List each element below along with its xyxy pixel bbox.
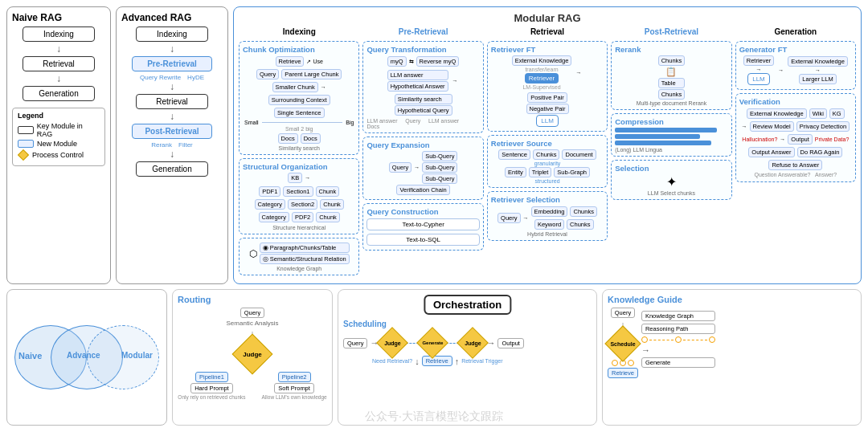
embedding-tag: Embedding — [531, 206, 568, 217]
path-dot1 — [641, 336, 648, 343]
retriever-ft-section: Retriever FT External Knowledge transfer… — [487, 41, 608, 132]
legend-item-process: Process Control — [18, 149, 100, 161]
retrieve-kg-box: Retrieve — [608, 368, 638, 378]
retriever-selection-section: Retriever Selection Query → Embedding Ch… — [487, 191, 608, 241]
wiki-tag: Wiki — [809, 108, 827, 119]
privacy-detection-tag: Privacy Detection — [796, 121, 850, 132]
retrieve-tag: Retrieve — [276, 56, 305, 67]
advance-venn-label: Advance — [67, 351, 100, 360]
kg-path-row — [641, 336, 715, 343]
chunks-tag: Chunks — [533, 149, 559, 160]
hybrid-retrieval-label: Hybrid Retrieval — [491, 231, 604, 237]
legend-new-label: New Module — [37, 140, 77, 148]
kg-ver-tag: KG — [829, 108, 845, 119]
kg-dot3 — [628, 360, 634, 366]
external-know-gft-tag: External Knowledge — [788, 56, 848, 67]
scheduling-sub-flow: Need Retrieval? ↓ Retrieve ↑ Retrieval T… — [343, 356, 592, 366]
kg-schedule-wrap: Schedule — [610, 331, 636, 357]
kg-right: Knowledge Graph Reasoning Path → Generat… — [641, 311, 715, 368]
sub-query2-tag: Sub-Query — [422, 162, 457, 173]
adv-indexing-box: Indexing — [136, 26, 208, 42]
chunk2-tag: Chunk — [320, 199, 344, 210]
text-to-sql-box: Text-to-SQL — [366, 234, 479, 246]
hallucination-label: Hallucination? — [742, 137, 777, 142]
scheduling-title: Scheduling — [343, 320, 592, 328]
chunk-optimization-section: Chunk Optimization Retrieve ↗ Use Query … — [239, 41, 359, 155]
routing-query-box: Query — [240, 308, 264, 318]
advanced-rag-title: Advanced RAG — [121, 12, 223, 23]
chunks-sel-tag: Chunks — [570, 206, 596, 217]
pipeline1-box: Pipeline1 — [195, 372, 228, 382]
docs-tag2: Docs — [301, 133, 321, 144]
query-tag: Query — [256, 69, 279, 79]
compression-bars — [615, 128, 727, 145]
entity-tag: Entity — [505, 167, 526, 177]
semantic-analysis-label: Semantic Analysis — [227, 320, 279, 327]
chunk1-tag: Chunk — [316, 186, 340, 197]
advanced-rag-section: Advanced RAG Indexing ↓ Pre-Retrieval Qu… — [116, 6, 228, 284]
big-label: Big — [346, 120, 354, 125]
adv-post-retrieval-box: Post-Retrieval — [132, 124, 212, 139]
modular-venn-label: Modular — [121, 351, 153, 360]
structural-org-section: Structural Organization KB → PDF1 Sectio… — [239, 158, 359, 234]
filter-label: Filter — [178, 141, 193, 149]
structural-org-title: Structural Organization — [243, 162, 355, 171]
routing-pipelines: Pipeline1 Hard Prompt Only rely on retri… — [178, 372, 326, 400]
venn-section: Naive Advance Modular — [6, 289, 167, 426]
routing-title: Routing — [178, 295, 327, 304]
knowledge-guide-title: Knowledge Guide — [608, 295, 856, 304]
kg-row: ⬡ ◉ Paragraph/Chunks/Table ◎ Semantic/St… — [243, 242, 355, 264]
orchestration-section: Orchestration Scheduling Query → Judge G… — [338, 289, 597, 426]
path-line2 — [683, 340, 707, 340]
knowledge-graph-label: Knowledge Graph — [243, 266, 355, 271]
query-expand-tag: Query — [389, 162, 411, 173]
do-rag-again-tag: Do RAG Again — [797, 147, 843, 157]
qt-labels: LLM answer Query LLM answer Docs — [366, 118, 479, 129]
small-chunk-tag: Smaller Chunk — [272, 82, 318, 92]
legend-item-new: New Module — [18, 140, 100, 148]
bar3 — [615, 141, 710, 145]
myq-tag: myQ — [387, 56, 407, 67]
positive-pair-tag: Positive Pair — [527, 92, 567, 103]
pipeline2-group: Pipeline2 Soft Prompt Allow LLM's own kn… — [262, 372, 327, 400]
verification-title: Verification — [739, 97, 852, 106]
pre-retrieval-labels: Query Rewrite HyDE — [121, 74, 223, 81]
routing-section: Routing Query Semantic Analysis ↓ Judge … — [172, 289, 333, 426]
category2-tag: Category — [259, 212, 289, 222]
refuse-to-answer-tag: Refuse to Answer — [768, 160, 822, 170]
category-tag: Category — [255, 199, 285, 210]
private-data-label: Private Data? — [815, 137, 849, 142]
multi-type-label: Multi-type document Rerank — [615, 100, 727, 106]
chunk3-tag: Chunk — [316, 212, 340, 222]
llm-select-label: LLM Select chunks — [615, 190, 727, 196]
sub-graph-tag: Sub-Graph — [554, 167, 590, 177]
table-tag: Table — [658, 78, 685, 88]
adv-arrow-1: ↓ — [121, 44, 223, 54]
output-answer-tag: Output Answer — [748, 147, 794, 157]
path-line — [649, 340, 674, 340]
path-dot3 — [709, 336, 715, 343]
routing-judge-label: Judge — [243, 351, 262, 358]
sub-query3-tag: Sub-Query — [422, 173, 457, 184]
pre-retrieval-col-title: Pre-Retrieval — [362, 27, 483, 36]
chunk-size-row: Small Big — [243, 120, 355, 125]
text-to-cypher-box: Text-to-Cypher — [366, 218, 479, 230]
semantic-structural-tag: ◎ Semantic/Structural Relation — [260, 254, 350, 264]
arrow-1: ↓ — [12, 44, 105, 54]
retriever-source-section: Retriever Source Sentence Chunks Documen… — [487, 135, 608, 188]
rs-row2: Entity Triplet Sub-Graph — [491, 167, 604, 177]
paragraph-chunks-tag: ◉ Paragraph/Chunks/Table — [260, 242, 350, 253]
surrounding-context-tag: Surrounding Context — [268, 95, 330, 105]
retrieval-trigger-label: Retrieval Trigger — [461, 358, 502, 364]
adv-arrow-4: ↓ — [121, 149, 223, 159]
soft-prompt-desc: Allow LLM's own knowledge — [262, 394, 327, 400]
bottom-row: Naive Advance Modular Routing Query Sema… — [6, 289, 862, 426]
modular-rag-section: Modular RAG Indexing Chunk Optimization … — [233, 6, 862, 284]
hypothetical-query-tag: Hypothetical Query — [395, 105, 452, 116]
kg-query-box: Query — [611, 308, 635, 318]
reasoning-path-box: Reasoning Path — [641, 324, 715, 334]
legend-key-label: Key Module in RAG — [37, 122, 100, 138]
sched-query-box: Query — [343, 338, 367, 348]
retriever-selection-title: Retriever Selection — [491, 195, 604, 204]
sched-judge1-wrap: Judge — [381, 332, 403, 354]
